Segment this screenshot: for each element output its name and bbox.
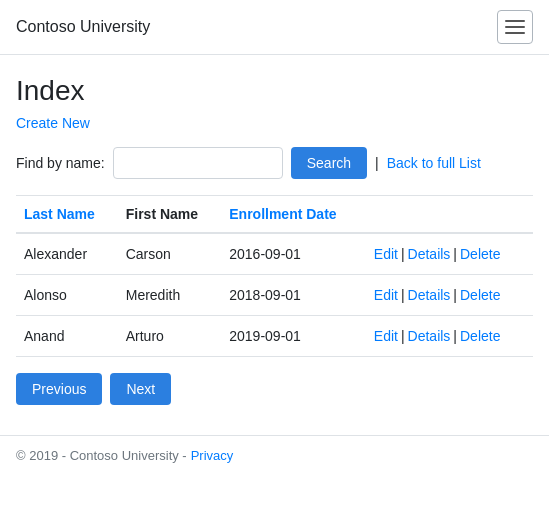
next-button[interactable]: Next	[110, 373, 171, 405]
action-delete-link[interactable]: Delete	[460, 328, 500, 344]
action-pipe: |	[401, 287, 405, 303]
toggler-bar-3	[505, 32, 525, 34]
action-pipe: |	[453, 328, 457, 344]
cell-first-name: Meredith	[118, 275, 222, 316]
col-header-enrollment-date[interactable]: Enrollment Date	[221, 196, 366, 234]
cell-enrollment-date: 2019-09-01	[221, 316, 366, 357]
search-label: Find by name:	[16, 155, 105, 171]
back-to-full-list-link[interactable]: Back to full List	[387, 155, 481, 171]
table-body: AlexanderCarson2016-09-01Edit | Details …	[16, 233, 533, 357]
cell-last-name: Alonso	[16, 275, 118, 316]
cell-actions: Edit | Details | Delete	[366, 275, 533, 316]
pipe-separator: |	[375, 155, 379, 171]
navbar: Contoso University	[0, 0, 549, 55]
cell-actions: Edit | Details | Delete	[366, 233, 533, 275]
cell-actions: Edit | Details | Delete	[366, 316, 533, 357]
action-delete-link[interactable]: Delete	[460, 246, 500, 262]
action-edit-link[interactable]: Edit	[374, 246, 398, 262]
cell-first-name: Carson	[118, 233, 222, 275]
action-links: Edit | Details | Delete	[374, 328, 525, 344]
action-details-link[interactable]: Details	[408, 328, 451, 344]
cell-enrollment-date: 2016-09-01	[221, 233, 366, 275]
cell-enrollment-date: 2018-09-01	[221, 275, 366, 316]
footer-copyright: © 2019 - Contoso University -	[16, 448, 187, 463]
table-row: AlonsoMeredith2018-09-01Edit | Details |…	[16, 275, 533, 316]
col-header-actions	[366, 196, 533, 234]
table-row: AnandArturo2019-09-01Edit | Details | De…	[16, 316, 533, 357]
table-row: AlexanderCarson2016-09-01Edit | Details …	[16, 233, 533, 275]
footer: © 2019 - Contoso University - Privacy	[0, 435, 549, 475]
footer-privacy-link[interactable]: Privacy	[191, 448, 234, 463]
previous-button[interactable]: Previous	[16, 373, 102, 405]
toggler-bar-1	[505, 20, 525, 22]
col-header-first-name: First Name	[118, 196, 222, 234]
search-row: Find by name: Search | Back to full List	[16, 147, 533, 179]
create-new-link[interactable]: Create New	[16, 115, 90, 131]
action-details-link[interactable]: Details	[408, 287, 451, 303]
action-links: Edit | Details | Delete	[374, 287, 525, 303]
cell-first-name: Arturo	[118, 316, 222, 357]
action-pipe: |	[453, 246, 457, 262]
search-button[interactable]: Search	[291, 147, 367, 179]
table-header-row: Last Name First Name Enrollment Date	[16, 196, 533, 234]
action-links: Edit | Details | Delete	[374, 246, 525, 262]
toggler-bar-2	[505, 26, 525, 28]
cell-last-name: Alexander	[16, 233, 118, 275]
action-details-link[interactable]: Details	[408, 246, 451, 262]
search-input[interactable]	[113, 147, 283, 179]
data-table: Last Name First Name Enrollment Date Ale…	[16, 195, 533, 357]
action-delete-link[interactable]: Delete	[460, 287, 500, 303]
pagination-row: Previous Next	[16, 373, 533, 405]
navbar-toggler-button[interactable]	[497, 10, 533, 44]
action-pipe: |	[453, 287, 457, 303]
cell-last-name: Anand	[16, 316, 118, 357]
table-head: Last Name First Name Enrollment Date	[16, 196, 533, 234]
action-edit-link[interactable]: Edit	[374, 287, 398, 303]
page-title: Index	[16, 75, 533, 107]
action-edit-link[interactable]: Edit	[374, 328, 398, 344]
action-pipe: |	[401, 328, 405, 344]
main-content: Index Create New Find by name: Search | …	[0, 55, 549, 435]
action-pipe: |	[401, 246, 405, 262]
col-header-last-name[interactable]: Last Name	[16, 196, 118, 234]
navbar-brand: Contoso University	[16, 18, 150, 36]
